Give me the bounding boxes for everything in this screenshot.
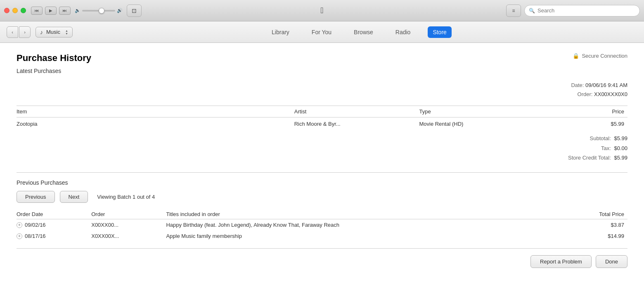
back-icon: ‹ <box>12 30 13 35</box>
secure-connection: 🔒 Secure Connection <box>573 53 627 59</box>
section-divider <box>17 172 627 173</box>
latest-purchases-heading: Latest Purchases <box>17 68 627 74</box>
store-credit-value: $5.99 <box>614 155 627 161</box>
table-row: + 09/02/16 X00XX00... Happy Birthday (fe… <box>17 219 627 231</box>
item-type: Movie Rental (HD) <box>419 118 558 131</box>
subtotal-label: Subtotal: <box>590 135 611 141</box>
tax-line: Tax: $0.00 <box>17 143 627 153</box>
tab-library[interactable]: Library <box>267 26 294 38</box>
bottom-divider <box>17 248 627 249</box>
page-header: Purchase History 🔒 Secure Connection <box>17 53 627 63</box>
col-header-titles: Titles included in order <box>166 209 540 219</box>
list-view-button[interactable]: ≡ <box>506 5 521 17</box>
prev-date-0: 09/02/16 <box>25 222 46 228</box>
music-selector[interactable]: ♪ Music ▲ ▼ <box>36 27 73 38</box>
prev-row-order-1: X0XX00X... <box>91 230 166 242</box>
table-row: + 08/17/16 X0XX00X... Apple Music family… <box>17 230 627 242</box>
nav-arrows: ‹ › <box>7 26 31 38</box>
tab-store[interactable]: Store <box>428 26 451 38</box>
tab-radio[interactable]: Radio <box>391 26 416 38</box>
order-value: XX00XXX0X0 <box>594 91 627 97</box>
titlebar-right: ≡ 🔍 <box>506 5 640 17</box>
bottom-actions: Report a Problem Done <box>17 255 627 268</box>
volume-low-icon: 🔈 <box>75 8 80 13</box>
slider-thumb <box>99 8 104 14</box>
search-input[interactable] <box>537 7 635 14</box>
viewing-batch-label: Viewing Batch 1 out of 4 <box>97 194 155 200</box>
expand-button-1[interactable]: + <box>17 233 22 239</box>
tax-label: Tax: <box>601 145 611 151</box>
next-button[interactable]: Next <box>60 191 88 203</box>
totals-section: Subtotal: $5.99 Tax: $0.00 Store Credit … <box>17 134 627 162</box>
selector-arrows: ▲ ▼ <box>65 29 68 35</box>
music-note-icon: ♪ <box>40 29 43 35</box>
item-price: $5.99 <box>558 118 627 131</box>
close-button[interactable] <box>4 8 9 13</box>
col-header-order: Order <box>91 209 166 219</box>
done-button[interactable]: Done <box>596 255 627 268</box>
volume-high-icon: 🔊 <box>117 8 123 13</box>
col-header-type: Type <box>419 106 558 118</box>
rewind-button[interactable]: ⏮ <box>31 7 43 15</box>
subtotal-value: $5.99 <box>614 135 627 141</box>
expand-button-0[interactable]: + <box>17 222 22 228</box>
apple-logo-icon:  <box>320 6 323 15</box>
prev-row-titles-1: Apple Music family membership <box>166 230 540 242</box>
play-button[interactable]: ▶ <box>45 7 57 15</box>
tab-browse[interactable]: Browse <box>349 26 378 38</box>
search-box[interactable]: 🔍 <box>524 5 640 16</box>
tax-value: $0.00 <box>614 145 627 151</box>
prev-row-price-0: $3.87 <box>540 219 627 231</box>
secure-connection-label: Secure Connection <box>582 53 627 59</box>
minimize-button[interactable] <box>12 8 18 13</box>
previous-purchases-heading: Previous Purchases <box>17 179 627 186</box>
page-title: Purchase History <box>17 53 91 63</box>
titlebar-center:  <box>320 6 323 15</box>
item-artist: Rich Moore & Byr... <box>294 118 419 131</box>
forward-nav-button[interactable]: › <box>19 26 31 38</box>
date-value: 09/06/16 9:41 AM <box>585 82 627 88</box>
store-credit-label: Store Credit Total: <box>568 155 611 161</box>
col-header-artist: Artist <box>294 106 419 118</box>
table-row: Zootopia Rich Moore & Byr... Movie Renta… <box>17 118 627 131</box>
slider-track <box>82 10 115 12</box>
back-button[interactable]: ‹ <box>7 26 18 38</box>
tab-for-you[interactable]: For You <box>307 26 336 38</box>
volume-slider[interactable]: 🔈 🔊 <box>75 8 123 13</box>
prev-date-1: 08/17/16 <box>25 233 46 239</box>
maximize-button[interactable] <box>21 8 26 13</box>
playback-controls: ⏮ ▶ ⏭ <box>31 7 71 15</box>
prev-row-date-1: + 08/17/16 <box>17 230 91 242</box>
col-header-total: Total Price <box>540 209 627 219</box>
store-credit-line: Store Credit Total: $5.99 <box>17 153 627 162</box>
chevron-up-icon: ▲ <box>65 29 68 32</box>
prev-row-price-1: $14.99 <box>540 230 627 242</box>
titlebar: ⏮ ▶ ⏭ 🔈 🔊 ⊡  ≡ 🔍 <box>0 0 644 21</box>
pagination-row: Previous Next Viewing Batch 1 out of 4 <box>17 191 627 203</box>
music-selector-label: Music <box>46 29 60 35</box>
airplay-button[interactable]: ⊡ <box>127 5 142 17</box>
navbar: ‹ › ♪ Music ▲ ▼ Library For You Browse R… <box>0 21 644 43</box>
order-number-line: Order: XX00XXX0X0 <box>17 90 627 99</box>
order-info: Date: 09/06/16 9:41 AM Order: XX00XXX0X0 <box>17 81 627 99</box>
order-label: Order: <box>578 91 593 97</box>
report-problem-button[interactable]: Report a Problem <box>530 255 592 268</box>
col-header-price: Price <box>558 106 627 118</box>
col-header-item: Item <box>17 106 294 118</box>
prev-row-date-0: + 09/02/16 <box>17 219 91 231</box>
chevron-down-icon: ▼ <box>65 32 68 35</box>
nav-tabs: Library For You Browse Radio Store <box>267 26 452 38</box>
forward-button[interactable]: ⏭ <box>59 7 71 15</box>
expand-row-1: + 08/17/16 <box>17 233 88 239</box>
latest-purchases-table: Item Artist Type Price Zootopia Rich Moo… <box>17 106 627 130</box>
subtotal-line: Subtotal: $5.99 <box>17 134 627 143</box>
order-date-line: Date: 09/06/16 9:41 AM <box>17 81 627 90</box>
previous-button[interactable]: Previous <box>17 191 55 203</box>
date-label: Date: <box>571 82 584 88</box>
list-icon: ≡ <box>512 8 515 14</box>
search-icon: 🔍 <box>529 8 535 14</box>
prev-row-titles-0: Happy Birthday (feat. John Legend), Alre… <box>166 219 540 231</box>
item-name: Zootopia <box>17 118 294 131</box>
expand-row-0: + 09/02/16 <box>17 222 88 228</box>
main-content: Purchase History 🔒 Secure Connection Lat… <box>0 43 644 282</box>
